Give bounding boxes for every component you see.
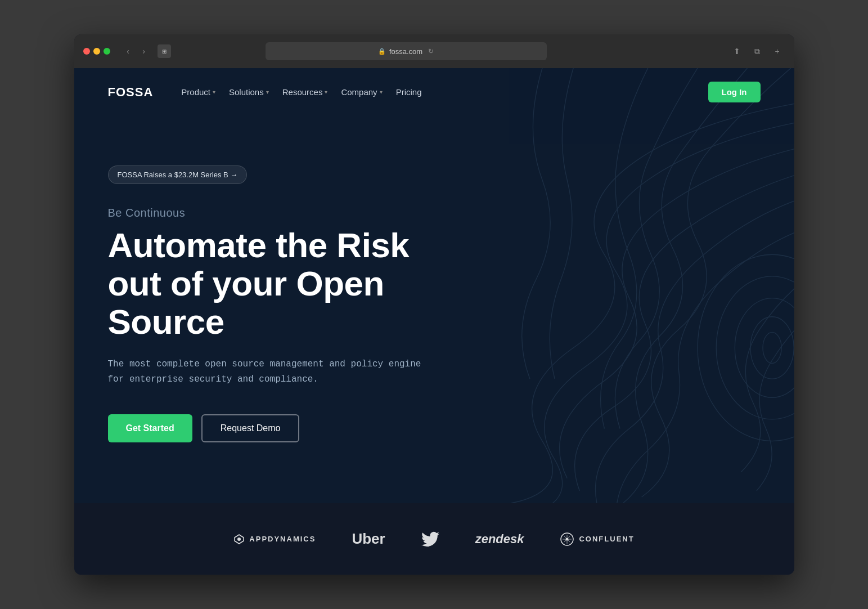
announcement-text: FOSSA Raises a $23.2M Series B →	[118, 171, 238, 179]
address-bar[interactable]: 🔒 fossa.com ↻	[266, 42, 547, 60]
browser-chrome: ‹ › ⊞ 🔒 fossa.com ↻ ⬆ ⧉ +	[74, 34, 794, 68]
hero-content: FOSSA Raises a $23.2M Series B → Be Cont…	[74, 116, 468, 503]
uber-label: Uber	[352, 530, 385, 548]
tab-view-button[interactable]: ⧉	[749, 43, 765, 59]
appdynamics-label: APPDYNAMICS	[249, 535, 316, 543]
nav-item-resources[interactable]: Resources ▾	[277, 84, 334, 100]
navbar: FOSSA Product ▾ Solutions ▾ Resources ▾	[74, 68, 794, 116]
twitter-icon	[421, 531, 439, 547]
traffic-lights	[83, 48, 110, 55]
get-started-button[interactable]: Get Started	[108, 414, 192, 442]
svg-point-3	[750, 317, 793, 379]
browser-actions: ⬆ ⧉ +	[729, 43, 785, 59]
svg-point-0	[698, 254, 794, 441]
chevron-down-icon: ▾	[266, 89, 269, 95]
close-button[interactable]	[83, 48, 90, 55]
svg-point-2	[735, 298, 794, 398]
logos-section: APPDYNAMICS Uber zendesk	[74, 503, 794, 575]
logo-confluent: CONFLUENT	[560, 532, 634, 547]
nav-item-pricing[interactable]: Pricing	[390, 84, 428, 100]
browser-nav-buttons: ‹ ›	[122, 44, 151, 58]
new-tab-button[interactable]: +	[770, 43, 785, 59]
logo-zendesk: zendesk	[475, 532, 524, 547]
nav-item-product[interactable]: Product ▾	[176, 84, 221, 100]
nav-solutions-label: Solutions	[229, 87, 264, 97]
back-button[interactable]: ‹	[122, 44, 135, 58]
nav-company-label: Company	[341, 87, 377, 97]
nav-resources-label: Resources	[282, 87, 323, 97]
url-text: fossa.com	[389, 47, 422, 56]
website-content: FOSSA Product ▾ Solutions ▾ Resources ▾	[74, 68, 794, 575]
forward-button[interactable]: ›	[137, 44, 151, 58]
lock-icon: 🔒	[378, 48, 386, 55]
hero-buttons: Get Started Request Demo	[108, 414, 434, 442]
login-button[interactable]: Log In	[708, 82, 761, 102]
svg-point-4	[763, 332, 781, 363]
chevron-down-icon: ▾	[325, 89, 327, 95]
chevron-down-icon: ▾	[380, 89, 383, 95]
nav-item-company[interactable]: Company ▾	[335, 84, 388, 100]
request-demo-button[interactable]: Request Demo	[201, 414, 300, 442]
minimize-button[interactable]	[93, 48, 100, 55]
refresh-icon[interactable]: ↻	[428, 47, 434, 55]
browser-window: ‹ › ⊞ 🔒 fossa.com ↻ ⬆ ⧉ +	[74, 34, 794, 575]
nav-product-label: Product	[181, 87, 210, 97]
share-button[interactable]: ⬆	[729, 43, 745, 59]
tab-icon: ⊞	[158, 44, 171, 58]
hero-subtitle: Be Continuous	[108, 207, 434, 220]
confluent-label: CONFLUENT	[579, 535, 634, 543]
hero-description: The most complete open source management…	[108, 357, 434, 387]
nav-item-solutions[interactable]: Solutions ▾	[223, 84, 275, 100]
hero-title: Automate the Risk out of your Open Sourc…	[108, 226, 434, 342]
nav-pricing-label: Pricing	[396, 87, 422, 97]
appdynamics-icon	[233, 534, 245, 545]
logo-uber: Uber	[352, 530, 385, 548]
nav-items: Product ▾ Solutions ▾ Resources ▾ Compan…	[176, 84, 690, 100]
svg-point-5	[237, 538, 241, 541]
logo-twitter	[421, 531, 439, 547]
svg-point-1	[716, 276, 794, 419]
svg-point-7	[566, 538, 569, 540]
hero-section: FOSSA Product ▾ Solutions ▾ Resources ▾	[74, 68, 794, 503]
chevron-down-icon: ▾	[213, 89, 215, 95]
site-logo[interactable]: FOSSA	[108, 85, 154, 100]
zendesk-label: zendesk	[475, 532, 524, 547]
announcement-badge[interactable]: FOSSA Raises a $23.2M Series B →	[108, 165, 248, 184]
confluent-icon	[560, 532, 574, 547]
logo-appdynamics: APPDYNAMICS	[233, 534, 316, 545]
fullscreen-button[interactable]	[104, 48, 110, 55]
